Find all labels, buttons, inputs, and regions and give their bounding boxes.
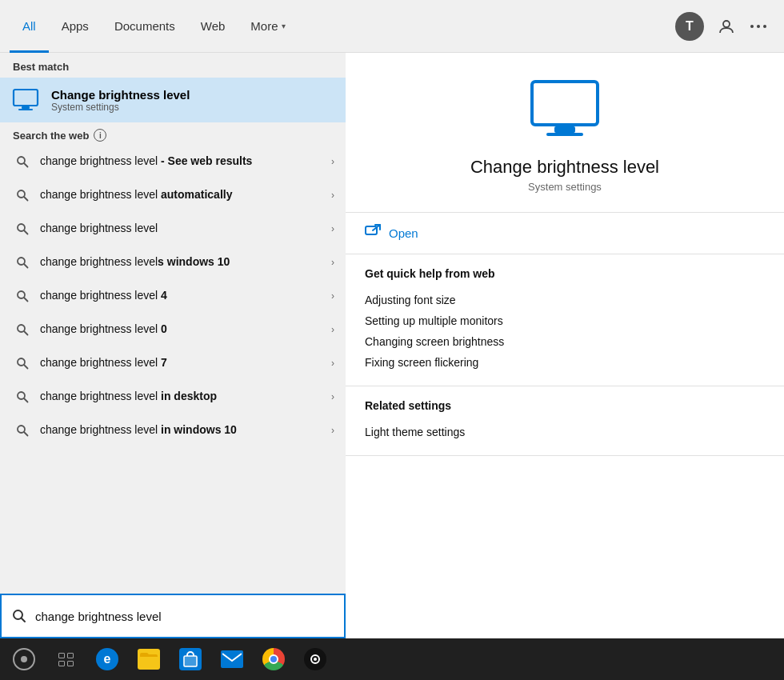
tab-apps-label: Apps xyxy=(62,19,89,33)
result-arrow-icon: › xyxy=(331,425,334,436)
edge-icon: e xyxy=(96,648,118,670)
related-links: Light theme settings xyxy=(365,422,765,442)
open-label[interactable]: Open xyxy=(389,226,418,240)
quick-help-link[interactable]: Adjusting font size xyxy=(365,290,765,310)
svg-rect-27 xyxy=(532,82,598,125)
svg-point-1 xyxy=(750,25,754,28)
search-result-text: change brightness levels windows 10 xyxy=(40,254,323,270)
svg-rect-6 xyxy=(18,109,33,110)
result-arrow-icon: › xyxy=(331,290,334,302)
taskbar-cortana-button[interactable] xyxy=(294,638,336,680)
best-match-item[interactable]: Change brightness level System settings xyxy=(0,78,346,122)
search-result-item[interactable]: change brightness level 0› xyxy=(0,313,346,346)
cortana-icon xyxy=(304,648,326,670)
tab-web[interactable]: Web xyxy=(188,0,238,53)
related-settings-link[interactable]: Light theme settings xyxy=(365,422,765,442)
related-settings-title: Related settings xyxy=(365,399,765,412)
file-explorer-icon xyxy=(138,649,160,670)
tab-documents-label: Documents xyxy=(114,19,175,33)
svg-point-2 xyxy=(757,25,760,28)
search-result-item[interactable]: change brightness level - See web result… xyxy=(0,145,346,178)
taskbar-store-button[interactable] xyxy=(170,638,211,680)
svg-rect-5 xyxy=(22,106,30,109)
ellipsis-icon xyxy=(750,25,766,28)
search-web-header: Search the web i xyxy=(0,122,346,145)
mail-icon xyxy=(221,650,243,668)
search-result-item[interactable]: change brightness level› xyxy=(0,212,346,246)
chrome-icon xyxy=(262,648,285,670)
tab-all[interactable]: All xyxy=(10,0,49,53)
svg-point-37 xyxy=(314,658,317,661)
search-result-item[interactable]: change brightness level in windows 10› xyxy=(0,414,346,447)
search-result-item[interactable]: change brightness level in desktop› xyxy=(0,380,346,414)
tab-more[interactable]: More ▾ xyxy=(238,0,298,53)
quick-help-link[interactable]: Fixing screen flickering xyxy=(365,352,765,373)
search-result-text: change brightness level in windows 10 xyxy=(40,422,323,438)
svg-rect-29 xyxy=(546,133,583,136)
search-input[interactable] xyxy=(35,610,334,623)
search-result-text: change brightness level - See web result… xyxy=(40,154,323,170)
svg-point-3 xyxy=(763,25,766,28)
search-result-icon xyxy=(13,253,32,272)
result-detail-title: Change brightness level xyxy=(470,157,659,178)
taskbar-taskview-button[interactable] xyxy=(45,638,86,680)
result-arrow-icon: › xyxy=(331,190,334,201)
search-results-list: change brightness level - See web result… xyxy=(0,145,346,447)
svg-line-8 xyxy=(24,163,28,167)
svg-rect-35 xyxy=(222,652,242,666)
search-result-icon xyxy=(13,387,32,406)
taskbar-search-icon xyxy=(13,648,35,670)
search-result-text: change brightness level 7 xyxy=(40,355,323,371)
quick-help-links: Adjusting font sizeSetting up multiple m… xyxy=(365,290,765,373)
quick-help-link[interactable]: Changing screen brightness xyxy=(365,331,765,352)
taskbar-search-button[interactable] xyxy=(3,638,45,680)
top-navigation: All Apps Documents Web More ▾ T xyxy=(0,0,784,53)
search-result-item[interactable]: change brightness level 4› xyxy=(0,279,346,313)
result-arrow-icon: › xyxy=(331,223,334,234)
tab-documents[interactable]: Documents xyxy=(102,0,188,53)
search-result-item[interactable]: change brightness level automatically› xyxy=(0,178,346,212)
monitor-icon xyxy=(529,78,601,144)
search-result-icon xyxy=(13,219,32,238)
search-result-icon xyxy=(13,421,32,440)
search-web-label: Search the web xyxy=(13,130,89,142)
person-icon xyxy=(718,18,734,34)
quick-help-link[interactable]: Setting up multiple monitors xyxy=(365,310,765,331)
svg-rect-32 xyxy=(140,656,158,666)
chevron-down-icon: ▾ xyxy=(282,22,286,30)
svg-line-18 xyxy=(24,331,28,335)
svg-line-12 xyxy=(24,230,28,234)
taskbar-files-button[interactable] xyxy=(128,638,170,680)
open-row[interactable]: Open xyxy=(346,213,784,254)
result-arrow-icon: › xyxy=(331,156,334,167)
svg-line-14 xyxy=(24,264,28,268)
svg-line-20 xyxy=(24,365,28,369)
taskbar-mail-button[interactable] xyxy=(211,638,253,680)
svg-rect-33 xyxy=(183,656,198,667)
search-result-text: change brightness level 0 xyxy=(40,322,323,338)
person-icon-button[interactable] xyxy=(712,12,741,41)
search-result-item[interactable]: change brightness level 7› xyxy=(0,346,346,380)
left-panel: Best match Change brightness level Syste… xyxy=(0,53,346,638)
avatar[interactable]: T xyxy=(675,12,704,41)
quick-help-title: Get quick help from web xyxy=(365,267,765,280)
search-bar xyxy=(0,594,346,638)
open-icon xyxy=(365,224,381,242)
tab-apps[interactable]: Apps xyxy=(49,0,102,53)
monitor-small-icon xyxy=(11,86,40,114)
taskbar-chrome-button[interactable] xyxy=(253,638,294,680)
search-result-icon xyxy=(13,186,32,205)
taskbar: e xyxy=(0,638,784,680)
search-result-text: change brightness level in desktop xyxy=(40,389,323,405)
store-icon xyxy=(179,648,202,670)
search-result-icon xyxy=(13,152,32,171)
search-result-icon xyxy=(13,286,32,306)
tab-all-label: All xyxy=(22,19,36,33)
info-icon[interactable]: i xyxy=(94,129,106,142)
taskbar-edge-button[interactable]: e xyxy=(86,638,128,680)
svg-line-16 xyxy=(24,298,28,302)
more-options-button[interactable] xyxy=(744,12,773,41)
related-settings-section: Related settings Light theme settings xyxy=(346,386,784,456)
svg-point-0 xyxy=(723,21,730,27)
search-result-item[interactable]: change brightness levels windows 10› xyxy=(0,246,346,279)
